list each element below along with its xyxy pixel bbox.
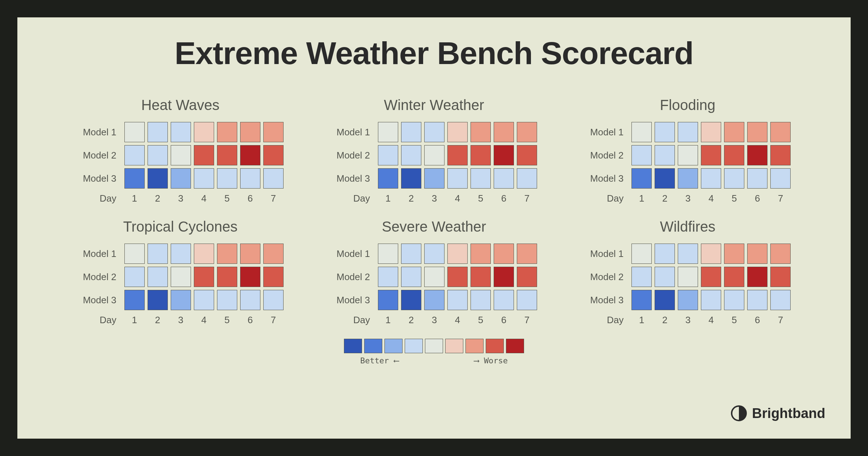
- heatmap-cell: [494, 244, 514, 264]
- brand-icon: [731, 405, 747, 421]
- row-label: Model 1: [76, 242, 123, 265]
- heatmap-cell: [263, 168, 284, 189]
- heatmap-cell: [494, 145, 514, 165]
- x-tick: 3: [169, 193, 192, 204]
- x-tick: 1: [376, 314, 400, 326]
- heatmap-cell: [240, 145, 260, 165]
- heatmap-cell: [194, 244, 214, 264]
- heatmap-cell: [701, 145, 721, 165]
- x-axis-label: Day: [76, 314, 123, 326]
- heatmap-cell: [217, 168, 237, 189]
- heatmap-cell: [747, 290, 767, 310]
- heatmap-cell: [124, 290, 145, 310]
- legend-cell: [384, 339, 403, 353]
- x-axis: Day1234567: [583, 193, 792, 204]
- brand-name: Brightband: [752, 406, 825, 421]
- heatmap-cell: [424, 267, 444, 287]
- x-tick: 5: [216, 314, 239, 326]
- heatmap-cell: [171, 290, 191, 310]
- legend-cell: [344, 339, 362, 353]
- heatmap-cell: [655, 168, 675, 189]
- heatmap-cell: [724, 145, 744, 165]
- x-axis: Day1234567: [76, 193, 285, 204]
- x-tick: 5: [469, 314, 492, 326]
- heatmap-cell: [148, 290, 168, 310]
- heatmap-cell: [401, 244, 421, 264]
- heatmap-cell: [171, 267, 191, 287]
- x-axis-label: Day: [76, 193, 123, 204]
- heatmap-cell: [378, 122, 398, 142]
- x-axis-label: Day: [583, 193, 630, 204]
- heatmap-cell: [770, 244, 791, 264]
- heatmap-cell: [770, 122, 791, 142]
- heatmap-cell: [124, 267, 145, 287]
- x-axis: Day1234567: [76, 314, 285, 326]
- row-label: Model 2: [76, 144, 123, 167]
- heatmap-cell: [517, 168, 537, 189]
- x-tick: 7: [515, 314, 539, 326]
- row-label: Model 3: [583, 288, 630, 312]
- x-tick: 7: [262, 193, 285, 204]
- heatmap-cell: [724, 244, 744, 264]
- x-axis: Day1234567: [583, 314, 792, 326]
- x-tick: 6: [239, 193, 262, 204]
- heatmap-cell: [747, 168, 767, 189]
- heatmap-cell: [171, 168, 191, 189]
- row-label: Model 1: [76, 121, 123, 144]
- brand-badge: Brightband: [731, 405, 825, 421]
- x-tick: 1: [630, 314, 653, 326]
- heatmap-cell: [217, 267, 237, 287]
- x-tick: 2: [653, 193, 676, 204]
- x-tick: 3: [423, 314, 446, 326]
- color-legend: Better ⟵ ⟶ Worse: [17, 339, 851, 365]
- heatmap-cell: [471, 168, 491, 189]
- heatmap-panel: Heat WavesModel 1Model 2Model 3Day123456…: [61, 97, 300, 204]
- heatmap-cell: [378, 267, 398, 287]
- x-tick: 4: [446, 314, 469, 326]
- heatmap-cell: [240, 267, 260, 287]
- x-tick: 7: [769, 314, 792, 326]
- row-label: Model 1: [583, 121, 630, 144]
- heatmap-cell: [148, 267, 168, 287]
- heatmap-cell: [240, 122, 260, 142]
- heatmap-cell: [240, 244, 260, 264]
- heatmap-cell: [701, 290, 721, 310]
- heatmap-cell: [494, 168, 514, 189]
- legend-better-label: Better: [360, 356, 389, 365]
- heatmap-cell: [701, 267, 721, 287]
- heatmap-cell: [148, 145, 168, 165]
- heatmap-panel: Severe WeatherModel 1Model 2Model 3Day12…: [314, 219, 553, 326]
- x-tick: 1: [123, 193, 146, 204]
- heatmap-cell: [424, 145, 444, 165]
- heatmap-cell: [263, 267, 284, 287]
- panel-title: Winter Weather: [384, 97, 484, 113]
- x-tick: 5: [723, 314, 746, 326]
- x-tick: 6: [492, 193, 515, 204]
- heatmap-cell: [631, 168, 652, 189]
- heatmap-cell: [770, 168, 791, 189]
- heatmap-cell: [171, 145, 191, 165]
- heatmap-cell: [701, 122, 721, 142]
- x-tick: 1: [630, 193, 653, 204]
- x-tick: 1: [376, 193, 400, 204]
- row-label: Model 2: [329, 265, 376, 288]
- heatmap-cell: [194, 267, 214, 287]
- heatmap-cell: [678, 145, 698, 165]
- heatmap-cell: [724, 122, 744, 142]
- x-axis-label: Day: [329, 193, 376, 204]
- row-label: Model 2: [583, 144, 630, 167]
- heatmap-cell: [401, 290, 421, 310]
- heatmap-panel: FloodingModel 1Model 2Model 3Day1234567: [568, 97, 807, 204]
- x-tick: 5: [469, 193, 492, 204]
- heatmap-cell: [747, 267, 767, 287]
- x-tick: 3: [169, 314, 192, 326]
- panel-title: Heat Waves: [141, 97, 219, 113]
- heatmap-cell: [217, 145, 237, 165]
- row-label: Model 3: [329, 288, 376, 312]
- heatmap-cell: [770, 267, 791, 287]
- heatmap-cell: [447, 145, 468, 165]
- heatmap-cell: [424, 244, 444, 264]
- heatmap-cell: [124, 122, 145, 142]
- row-label: Model 3: [329, 167, 376, 190]
- heatmap-cell: [378, 244, 398, 264]
